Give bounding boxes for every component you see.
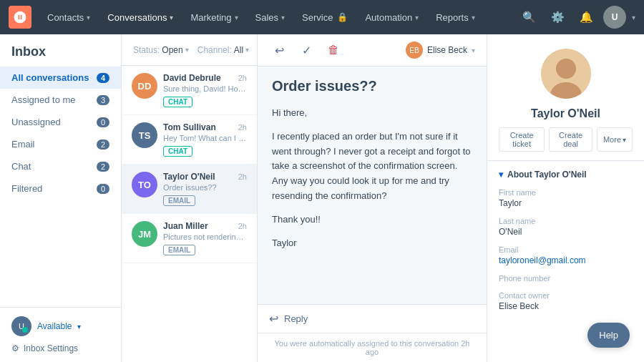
channel-chevron-icon: ▾ [245, 46, 249, 54]
field-phone: Phone number [499, 274, 633, 283]
filter-bar: Status: Open ▾ Channel: All ▾ Assignee: … [122, 34, 257, 66]
sidebar-footer: U Available ▾ ⚙ Inbox Settings [0, 307, 121, 362]
more-actions-button[interactable]: More ▾ [597, 127, 633, 152]
field-email: Email tayloroneil@gmail.com [499, 245, 633, 265]
chevron-down-icon: ▾ [415, 14, 419, 21]
chevron-down-icon: ▾ [235, 14, 238, 21]
conversation-list: Status: Open ▾ Channel: All ▾ Assignee: … [122, 34, 258, 362]
chevron-down-icon: ▾ [472, 14, 475, 21]
svg-point-1 [556, 59, 576, 79]
user-avatar[interactable]: U [603, 6, 626, 29]
sidebar-item-email[interactable]: Email 2 [0, 133, 121, 155]
notifications-icon-button[interactable]: 🔔 [575, 6, 597, 29]
nav-reports[interactable]: Reports ▾ [429, 8, 482, 27]
contact-actions: Create ticket Create deal More ▾ [499, 127, 633, 152]
app-container: Inbox All conversations 4 Assigned to me… [0, 0, 644, 362]
avatar: TO [132, 172, 157, 197]
settings-icon-button[interactable]: ⚙️ [546, 6, 569, 29]
page-title: Inbox [0, 34, 121, 67]
user-status-avatar: U [11, 316, 31, 336]
conversation-item-taylor[interactable]: TO Taylor O'Neil 2h Order issues?? EMAIL [122, 165, 257, 214]
gear-icon: ⚙ [11, 343, 19, 353]
sidebar-item-filtered[interactable]: Filtered 0 [0, 177, 121, 200]
sidebar-item-unassigned[interactable]: Unassigned 0 [0, 111, 121, 133]
nav-conversations[interactable]: Conversations ▾ [100, 8, 180, 27]
sidebar: Inbox All conversations 4 Assigned to me… [0, 34, 122, 362]
auto-assign-notice: You were automatically assigned to this … [258, 333, 487, 362]
contact-header: Taylor O'Neil Create ticket Create deal … [487, 34, 644, 161]
chevron-down-icon: ▾ [499, 170, 503, 180]
nav-contacts[interactable]: Contacts ▾ [40, 8, 97, 27]
inbox-settings-button[interactable]: ⚙ Inbox Settings [11, 343, 109, 353]
conversation-item-david[interactable]: DD David Debrule 2h Sure thing, David! H… [122, 66, 257, 115]
chevron-down-icon: ▾ [170, 14, 173, 21]
sidebar-navigation: All conversations 4 Assigned to me 3 Una… [0, 67, 121, 307]
conversation-item-juan[interactable]: JM Juan Miller 2h Pictures not rendering… [122, 214, 257, 263]
sidebar-item-assigned-to-me[interactable]: Assigned to me 3 [0, 89, 121, 111]
message-subject: Order issues?? [272, 78, 472, 94]
avatar: TS [132, 122, 157, 148]
nav-automation[interactable]: Automation ▾ [358, 8, 426, 27]
nav-service[interactable]: Service 🔒 [295, 8, 355, 27]
reply-bar: ↩ Reply [258, 304, 487, 333]
hubspot-logo[interactable] [9, 6, 31, 29]
about-section-title[interactable]: ▾ About Taylor O'Neil [499, 170, 633, 180]
avatar: DD [132, 73, 157, 99]
avatar: JM [132, 221, 157, 247]
sidebar-item-all-conversations[interactable]: All conversations 4 [0, 67, 121, 89]
nav-marketing[interactable]: Marketing ▾ [183, 8, 245, 27]
message-pane: ↩ ✓ 🗑 EB Elise Beck ▾ Order issues?? Hi … [258, 34, 487, 362]
about-section: ▾ About Taylor O'Neil First name Taylor … [487, 161, 644, 328]
chevron-down-icon: ▾ [87, 14, 90, 21]
message-body: Order issues?? Hi there, I recently plac… [258, 67, 487, 304]
nav-icon-group: 🔍 ⚙️ 🔔 U ▾ [517, 6, 635, 29]
field-first-name: First name Taylor [499, 188, 633, 208]
lock-icon: 🔒 [337, 12, 348, 22]
avatar-chevron-icon: ▾ [632, 14, 635, 21]
channel-filter[interactable]: Channel: All ▾ [197, 45, 249, 55]
sidebar-item-chat[interactable]: Chat 2 [0, 155, 121, 177]
assignee-avatar: EB [406, 41, 423, 59]
nav-sales[interactable]: Sales ▾ [248, 8, 293, 27]
done-button[interactable]: ✓ [296, 40, 316, 60]
reply-icon[interactable]: ↩ [269, 312, 278, 326]
field-last-name: Last name O'Neil [499, 217, 633, 237]
search-icon-button[interactable]: 🔍 [517, 6, 540, 29]
assignee-selector[interactable]: EB Elise Beck ▾ [406, 41, 475, 59]
conversation-item-tom[interactable]: TS Tom Sullivan 2h Hey Tom! What can I h… [122, 115, 257, 165]
available-status-button[interactable]: U Available ▾ [11, 316, 109, 336]
available-chevron-icon: ▾ [77, 323, 81, 331]
top-navigation: Contacts ▾ Conversations ▾ Marketing ▾ S… [0, 0, 644, 34]
help-button[interactable]: Help [587, 323, 630, 348]
contact-name: Taylor O'Neil [499, 107, 633, 120]
back-button[interactable]: ↩ [269, 40, 289, 60]
message-content: Hi there, I recently placed an order but… [272, 106, 472, 250]
create-deal-button[interactable]: Create deal [549, 127, 592, 152]
field-contact-owner: Contact owner Elise Beck [499, 291, 633, 311]
create-ticket-button[interactable]: Create ticket [499, 127, 545, 152]
chevron-down-icon: ▾ [281, 14, 285, 21]
status-filter[interactable]: Status: Open ▾ [133, 45, 189, 55]
contact-avatar [541, 49, 591, 99]
more-chevron-icon: ▾ [623, 136, 626, 144]
message-toolbar: ↩ ✓ 🗑 EB Elise Beck ▾ [258, 34, 487, 67]
delete-button[interactable]: 🗑 [323, 40, 343, 60]
reply-button[interactable]: Reply [284, 313, 308, 324]
assignee-chevron-icon: ▾ [472, 47, 475, 54]
contact-panel: Taylor O'Neil Create ticket Create deal … [487, 34, 644, 362]
available-dot-indicator [22, 327, 28, 333]
status-chevron-icon: ▾ [185, 46, 189, 54]
